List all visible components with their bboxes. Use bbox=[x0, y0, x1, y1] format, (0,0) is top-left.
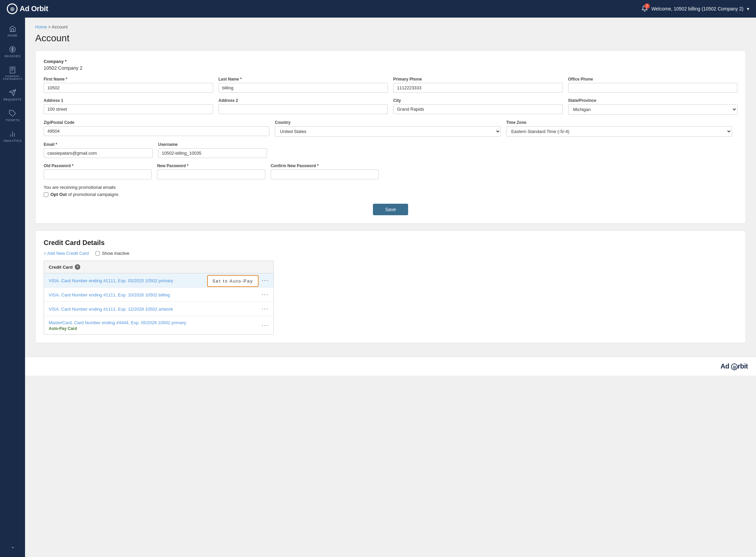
state-group: State/Province Michigan California New Y… bbox=[568, 98, 738, 115]
tag-icon bbox=[9, 110, 16, 117]
home-icon bbox=[9, 25, 16, 32]
timezone-label: Time Zone bbox=[506, 120, 732, 125]
logo-text: Ad Orbit bbox=[20, 4, 48, 13]
state-select[interactable]: Michigan California New York Texas bbox=[568, 104, 738, 115]
zip-group: Zip/Postal Code bbox=[44, 120, 269, 137]
new-password-label: New Password * bbox=[157, 163, 265, 168]
email-input[interactable] bbox=[44, 148, 153, 158]
first-name-input[interactable] bbox=[44, 83, 213, 93]
promo-text: You are receiving promotional emails bbox=[44, 185, 737, 190]
sidebar-item-invoices[interactable]: INVOICES bbox=[0, 42, 25, 62]
country-group: Country United States Canada United King… bbox=[275, 120, 501, 137]
opt-out-bold: Opt Out bbox=[50, 192, 67, 197]
show-inactive-checkbox[interactable] bbox=[95, 251, 100, 255]
confirm-password-input[interactable] bbox=[271, 170, 379, 179]
sidebar-item-company-statements-label: COMPANY STATEMENTS bbox=[3, 75, 22, 81]
cc-row-4: MasterCard. Card Number ending #4444, Ex… bbox=[44, 316, 273, 334]
first-name-group: First Name * bbox=[44, 77, 213, 93]
city-label: City bbox=[393, 98, 563, 103]
breadcrumb-current: Account bbox=[52, 24, 68, 29]
add-credit-card-link[interactable]: + Add New Credit Card bbox=[44, 251, 89, 256]
footer-logo: Ad ◎rbit bbox=[720, 362, 748, 370]
cc-toolbar: + Add New Credit Card Show Inactive bbox=[44, 251, 737, 256]
sidebar-item-company-statements[interactable]: COMPANY STATEMENTS bbox=[0, 62, 25, 85]
old-password-input[interactable] bbox=[44, 170, 152, 179]
show-inactive-label: Show Inactive bbox=[102, 251, 129, 256]
city-group: City bbox=[393, 98, 563, 115]
cc-actions-3[interactable]: ··· bbox=[262, 305, 269, 312]
set-autopay-popup[interactable]: Set to Auto-Pay bbox=[207, 275, 259, 287]
page-title: Account bbox=[35, 33, 746, 44]
zip-input[interactable] bbox=[44, 126, 269, 136]
country-label: Country bbox=[275, 120, 501, 125]
new-password-group: New Password * bbox=[157, 163, 265, 179]
timezone-group: Time Zone Eastern Standard Time (-5/-4) … bbox=[506, 120, 732, 137]
footer-logo-text: Ad ◎rbit bbox=[720, 362, 748, 370]
sidebar-collapse-button[interactable]: ⌄ bbox=[7, 540, 18, 553]
office-phone-input[interactable] bbox=[568, 83, 738, 93]
address2-group: Address 2 bbox=[219, 98, 388, 115]
opt-out-checkbox[interactable] bbox=[44, 192, 48, 197]
user-area[interactable]: 2 Welcome, 10502 billing (10502 Company … bbox=[641, 5, 749, 13]
user-chevron[interactable]: ▾ bbox=[747, 6, 749, 12]
cc-actions-1[interactable]: ··· Set to Auto-Pay bbox=[262, 277, 269, 284]
cc-actions-4[interactable]: ··· bbox=[262, 322, 269, 329]
opt-out-rest: of promotional campaigns bbox=[67, 192, 118, 197]
dollar-icon bbox=[9, 46, 16, 53]
address2-input[interactable] bbox=[219, 104, 388, 114]
cc-row-3: VISA. Card Number ending #1111, Exp. 12/… bbox=[44, 302, 273, 316]
cc-actions-2[interactable]: ··· bbox=[262, 291, 269, 298]
sidebar-item-analytics-label: ANALYTICS bbox=[3, 139, 22, 143]
breadcrumb-separator: > bbox=[48, 24, 51, 29]
logo: ◎ Ad Orbit bbox=[7, 3, 48, 14]
cc-card-link-2[interactable]: VISA. Card Number ending #1111, Exp. 10/… bbox=[49, 292, 170, 297]
cc-row-1: VISA. Card Number ending #1111, Exp. 03/… bbox=[44, 273, 273, 288]
sidebar-item-tickets[interactable]: TICKETS bbox=[0, 106, 25, 126]
primary-phone-input[interactable] bbox=[393, 83, 563, 93]
country-select[interactable]: United States Canada United Kingdom bbox=[275, 126, 501, 137]
office-phone-label: Office Phone bbox=[568, 77, 738, 82]
cc-dots-2: ··· bbox=[262, 291, 269, 298]
sidebar: HOME INVOICES COMPANY STATEMENTS REQUEST… bbox=[0, 18, 25, 557]
cc-table-header: Credit Card ? bbox=[44, 261, 273, 273]
sidebar-item-analytics[interactable]: ANALYTICS bbox=[0, 126, 25, 147]
cc-card-link-1[interactable]: VISA. Card Number ending #1111, Exp. 03/… bbox=[49, 278, 173, 283]
sidebar-item-requests[interactable]: REQUESTS bbox=[0, 85, 25, 106]
opt-out-row: Opt Out of promotional campaigns bbox=[44, 192, 737, 197]
save-button[interactable]: Save bbox=[373, 204, 408, 215]
show-inactive-wrapper: Show Inactive bbox=[95, 251, 129, 256]
address1-label: Address 1 bbox=[44, 98, 213, 103]
cc-card-link-3[interactable]: VISA. Card Number ending #1111, Exp. 12/… bbox=[49, 307, 173, 312]
username-input[interactable] bbox=[158, 148, 267, 158]
last-name-label: Last Name * bbox=[219, 77, 388, 82]
cc-row-2: VISA. Card Number ending #1111, Exp. 10/… bbox=[44, 288, 273, 302]
cc-card-link-4[interactable]: MasterCard. Card Number ending #4444, Ex… bbox=[49, 320, 186, 325]
last-name-input[interactable] bbox=[219, 83, 388, 93]
cc-help-icon[interactable]: ? bbox=[75, 264, 80, 270]
username-group: Username bbox=[158, 142, 267, 158]
company-field-value: 10502 Company 2 bbox=[44, 65, 737, 71]
document-icon bbox=[9, 66, 16, 74]
timezone-select[interactable]: Eastern Standard Time (-5/-4) Central St… bbox=[506, 126, 732, 137]
company-field-label: Company * bbox=[44, 59, 737, 64]
sidebar-item-tickets-label: TICKETS bbox=[5, 118, 20, 122]
bell-wrapper[interactable]: 2 bbox=[641, 5, 648, 13]
breadcrumb: Home > Account bbox=[35, 24, 746, 29]
primary-phone-group: Primary Phone bbox=[393, 77, 563, 93]
breadcrumb-home[interactable]: Home bbox=[35, 24, 47, 29]
address1-group: Address 1 bbox=[44, 98, 213, 115]
new-password-input[interactable] bbox=[157, 170, 265, 179]
city-input[interactable] bbox=[393, 104, 563, 114]
sidebar-item-requests-label: REQUESTS bbox=[3, 98, 22, 102]
save-btn-wrapper: Save bbox=[44, 204, 737, 215]
logo-icon: ◎ bbox=[7, 3, 18, 14]
user-label: Welcome, 10502 billing (10502 Company 2) bbox=[651, 6, 743, 12]
content-area: Home > Account Account Company * 10502 C… bbox=[25, 18, 756, 557]
address1-input[interactable] bbox=[44, 104, 213, 114]
credit-card-card: Credit Card Details + Add New Credit Car… bbox=[35, 230, 746, 343]
zip-label: Zip/Postal Code bbox=[44, 120, 269, 125]
sidebar-item-home[interactable]: HOME bbox=[0, 21, 25, 42]
promo-section: You are receiving promotional emails Opt… bbox=[44, 185, 737, 197]
cc-dots-3: ··· bbox=[262, 305, 269, 312]
primary-phone-label: Primary Phone bbox=[393, 77, 563, 82]
